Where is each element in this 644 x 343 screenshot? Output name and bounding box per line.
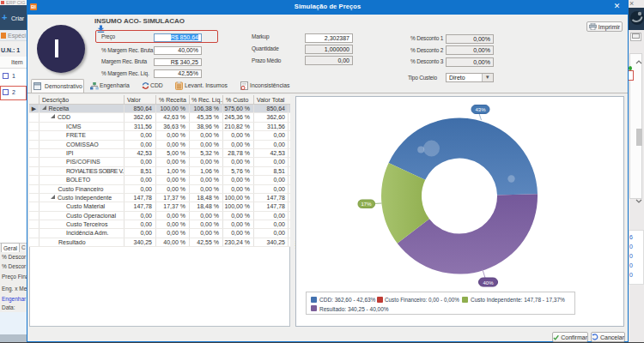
svg-text:17%: 17% xyxy=(361,202,372,207)
svg-text:40%: 40% xyxy=(483,280,494,285)
svg-text:43%: 43% xyxy=(475,107,486,112)
